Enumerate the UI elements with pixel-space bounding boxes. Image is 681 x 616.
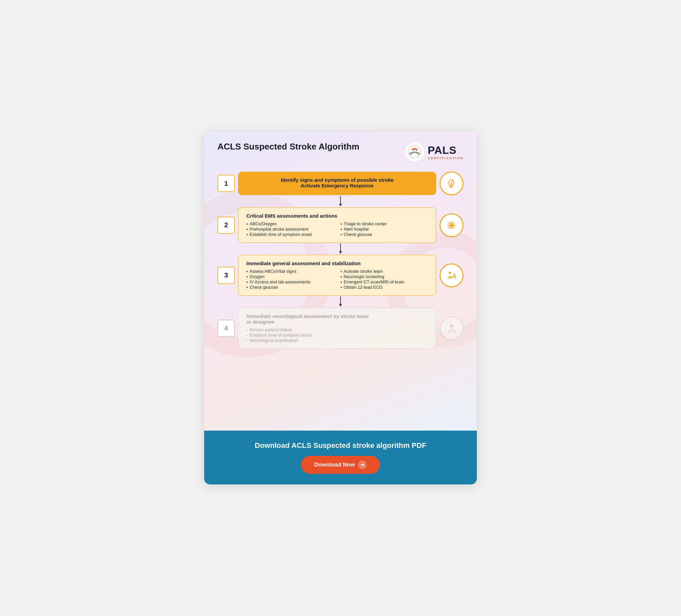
step-row-1: 1 Identify signs and symptoms of possibl…	[218, 171, 463, 195]
step-4-item-3: Neurological examination	[246, 338, 428, 343]
step-2-left: ABCs/Oxygen Prehospital stroke assessmen…	[246, 221, 334, 237]
download-button[interactable]: Download Now ➔	[301, 456, 380, 474]
step-2-grid: ABCs/Oxygen Prehospital stroke assessmen…	[246, 221, 428, 237]
svg-point-12	[449, 271, 451, 274]
cta-section: Download ACLS Suspected stroke algorithm…	[204, 431, 477, 484]
step-4-items: Review patient history Establish time of…	[246, 327, 428, 343]
step-2-item-6: Check glucose	[340, 232, 428, 237]
logo-icon-circle	[404, 141, 425, 162]
step-2-item-3: Establish time of symptom onset	[246, 232, 334, 237]
step-3-item-1: Assess ABCs/Vital signs	[246, 269, 334, 274]
svg-point-17	[450, 324, 453, 328]
step-box-1: Identify signs and symptoms of possible …	[238, 172, 436, 195]
step-3-item-5: Activate stroke team	[340, 269, 428, 274]
step-3-item-3: IV Access and lab assessments	[246, 279, 334, 285]
step-2-item-4: Triage to stroke center	[340, 221, 428, 226]
step-1-icon	[439, 171, 463, 195]
step-2-item-5: Alert hospital	[340, 226, 428, 232]
step-2-icon	[439, 213, 463, 237]
logo-text-area: PALS CERTIFICATION	[428, 144, 463, 160]
step-number-2: 2	[218, 217, 235, 234]
medical-asterisk-icon	[445, 219, 458, 232]
step-4-item-2: Establish time of symptom onset	[246, 332, 428, 338]
step-row-4: 4 Immediate neurological assessment by s…	[218, 308, 463, 349]
step-4-icon	[439, 316, 463, 340]
step-4-title: Immediate neurological assessment by str…	[246, 313, 428, 325]
page-title: ACLS Suspected Stroke Algorithm	[218, 141, 359, 152]
step-number-1: 1	[218, 175, 235, 192]
header-row: ACLS Suspected Stroke Algorithm	[218, 141, 463, 162]
svg-rect-13	[451, 276, 456, 277]
logo-subtitle: CERTIFICATION	[428, 157, 463, 160]
step-row-2: 2 Critical EMS assessments and actions A…	[218, 207, 463, 243]
step-number-4: 4	[218, 320, 235, 337]
step-3-item-8: Obtain 12-lead ECG	[340, 285, 428, 290]
step-2-right: Triage to stroke center Alert hospital C…	[340, 221, 428, 237]
doctor-patient-icon	[445, 269, 458, 282]
svg-point-3	[414, 148, 416, 150]
step-3-right: Activate stroke team Neurologic screenin…	[340, 269, 428, 290]
step-3-item-4: Check glucose	[246, 285, 334, 290]
logo-area: PALS CERTIFICATION	[404, 141, 463, 162]
svg-point-11	[446, 269, 457, 282]
download-arrow-icon: ➔	[358, 460, 367, 469]
svg-point-0	[408, 145, 421, 158]
step-3-left: Assess ABCs/Vital signs Oxygen IV Access…	[246, 269, 334, 290]
main-card: ACLS Suspected Stroke Algorithm	[204, 132, 477, 484]
step-2-title: Critical EMS assessments and actions	[246, 213, 428, 219]
pals-logo-svg	[408, 145, 421, 159]
brain-lightning-icon	[445, 177, 458, 190]
person-icon	[445, 322, 458, 334]
step-3-item-2: Oxygen	[246, 274, 334, 279]
step-number-3: 3	[218, 267, 235, 284]
step-3-icon	[439, 264, 463, 287]
step-3-title: Immediate general assessment and stabili…	[246, 261, 428, 266]
svg-point-1	[412, 149, 414, 151]
svg-point-2	[415, 149, 418, 151]
step-box-4: Immediate neurological assessment by str…	[238, 308, 436, 349]
step-2-item-1: ABCs/Oxygen	[246, 221, 334, 226]
step-4-item-1: Review patient history	[246, 327, 428, 332]
algorithm-content: ACLS Suspected Stroke Algorithm	[204, 132, 477, 431]
step-3-item-6: Neurologic screening	[340, 274, 428, 279]
download-button-label: Download Now	[314, 461, 355, 468]
step-3-item-7: Emergent CT scan/MRI of brain	[340, 279, 428, 285]
step-2-item-2: Prehospital stroke assessment	[246, 226, 334, 232]
cta-title: Download ACLS Suspected stroke algorithm…	[218, 441, 463, 450]
step-1-title: Identify signs and symptoms of possible …	[246, 177, 428, 188]
step-box-3: Immediate general assessment and stabili…	[238, 255, 436, 296]
step-3-grid: Assess ABCs/Vital signs Oxygen IV Access…	[246, 269, 428, 290]
step-row-3: 3 Immediate general assessment and stabi…	[218, 255, 463, 296]
svg-point-14	[454, 274, 456, 276]
step-box-2: Critical EMS assessments and actions ABC…	[238, 207, 436, 243]
steps-container: 1 Identify signs and symptoms of possibl…	[218, 171, 463, 349]
logo-name: PALS	[428, 144, 457, 157]
